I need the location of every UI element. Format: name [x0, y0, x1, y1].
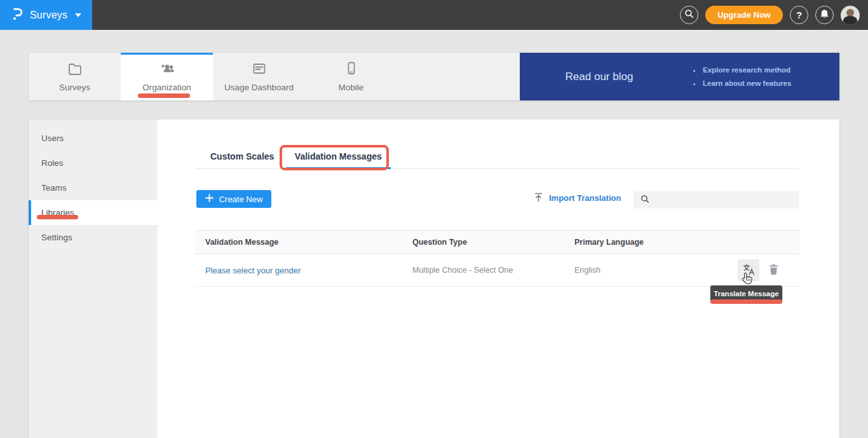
search-icon: [641, 195, 649, 206]
sidebar-item-settings[interactable]: Settings: [29, 225, 158, 250]
avatar-face: [846, 9, 854, 17]
delete-button[interactable]: [765, 259, 782, 281]
create-new-label: Create New: [219, 195, 263, 204]
tab-mobile[interactable]: Mobile: [305, 53, 397, 100]
header-validation-message: Validation Message: [195, 238, 412, 247]
trash-icon: [768, 263, 779, 277]
smartphone-icon: [344, 61, 358, 78]
blog-bullet: Explore research method: [702, 64, 791, 77]
create-new-button[interactable]: Create New: [196, 190, 271, 208]
header-question-type: Question Type: [412, 238, 574, 247]
avatar-body: [843, 16, 857, 25]
red-underline-libraries: [37, 215, 78, 219]
import-translation-link[interactable]: Import Translation: [534, 192, 621, 204]
hand-cursor-icon: [741, 272, 754, 289]
blog-title: Read our blog: [520, 71, 679, 83]
table-header-row: Validation Message Question Type Primary…: [195, 230, 799, 254]
libraries-content: Custom Scales Validation Messages Create…: [158, 120, 839, 438]
sidebar-item-libraries[interactable]: Libraries: [29, 200, 158, 225]
tab-label: Usage Dashboard: [224, 83, 294, 92]
red-underline-organization: [138, 93, 190, 98]
avatar[interactable]: [841, 6, 860, 25]
search-input[interactable]: [654, 196, 799, 205]
upgrade-now-button[interactable]: Upgrade Now: [705, 6, 783, 24]
blog-banner[interactable]: Read our blog Explore research method Le…: [520, 53, 839, 100]
validation-messages-table: Validation Message Question Type Primary…: [195, 230, 799, 287]
tab-label: Surveys: [59, 83, 90, 92]
tab-surveys[interactable]: Surveys: [29, 53, 121, 100]
tab-custom-scales[interactable]: Custom Scales: [201, 146, 283, 169]
primary-language-cell: English: [574, 266, 738, 275]
header-actions: Upgrade Now ?: [680, 0, 860, 30]
brand-logo-icon: [11, 6, 24, 24]
sidebar-item-users[interactable]: Users: [29, 126, 158, 151]
tab-label: Organization: [142, 83, 191, 92]
dashboard-icon: [252, 62, 267, 78]
search-icon: [684, 9, 694, 21]
folder-icon: [67, 62, 83, 78]
notifications-button[interactable]: [815, 6, 834, 24]
blog-bullet: Learn about new features: [702, 77, 791, 90]
organization-panel: Users Roles Teams Libraries Settings Cus…: [29, 120, 839, 438]
red-underline-tooltip: [710, 299, 782, 304]
tab-label: Mobile: [339, 83, 364, 92]
sidebar-item-teams[interactable]: Teams: [29, 175, 158, 200]
tab-usage-dashboard[interactable]: Usage Dashboard: [213, 53, 305, 100]
table-row: Please select your gender Multiple Choic…: [195, 254, 799, 287]
org-sidebar: Users Roles Teams Libraries Settings: [29, 120, 158, 438]
blog-bullet-list: Explore research method Learn about new …: [702, 64, 791, 90]
product-switcher[interactable]: Surveys: [0, 0, 92, 30]
header-search-button[interactable]: [680, 6, 698, 24]
upload-icon: [534, 192, 543, 204]
question-mark-icon: ?: [796, 10, 802, 20]
validation-message-link[interactable]: Please select your gender: [205, 266, 301, 275]
question-type-cell: Multiple Choice - Select One: [412, 266, 574, 275]
header-primary-language: Primary Language: [574, 238, 799, 247]
add-people-icon: [159, 62, 175, 78]
import-translation-label: Import Translation: [549, 193, 621, 203]
chevron-down-icon: [75, 13, 81, 17]
sidebar-item-roles[interactable]: Roles: [29, 151, 158, 175]
top-header: Surveys Upgrade Now ?: [0, 0, 868, 30]
help-button[interactable]: ?: [790, 6, 808, 24]
plus-icon: [205, 194, 214, 204]
bell-icon: [820, 9, 829, 22]
table-search-box[interactable]: [634, 191, 799, 209]
red-box-validation-messages: [280, 145, 389, 170]
product-name: Surveys: [30, 10, 67, 21]
